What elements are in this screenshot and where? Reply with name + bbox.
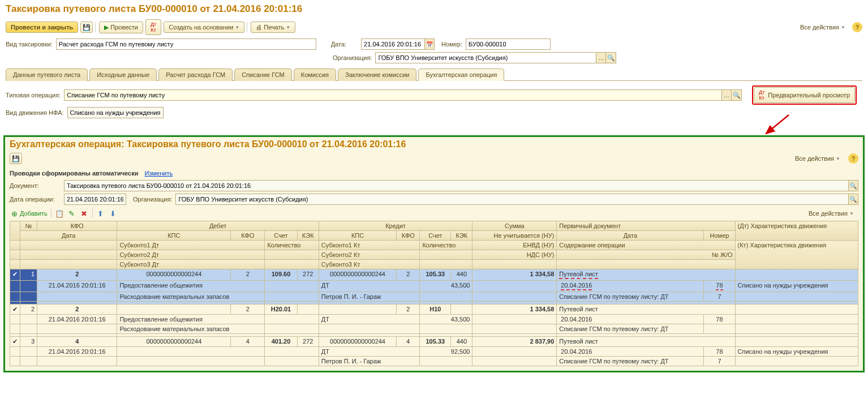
typical-op-input[interactable] — [64, 89, 721, 101]
col-credit: Кредит — [319, 221, 472, 231]
dtkt-button[interactable]: ДтКт — [145, 19, 161, 35]
magnifier-icon[interactable]: 🔍 — [606, 52, 616, 63]
table-row[interactable]: Петров П. И. - Гараж Списание ГСМ по пут… — [10, 357, 858, 366]
delete-icon[interactable]: ✖ — [80, 209, 89, 218]
number-input[interactable] — [466, 38, 551, 50]
grid-toolbar: ⊕Добавить 📋 ✎ ✖ ⬆ ⬇ Все действия▼ — [5, 206, 863, 221]
chevron-down-icon: ▼ — [841, 25, 845, 30]
col-debit: Дебет — [117, 221, 319, 231]
col-content: Содержание операции — [557, 241, 735, 250]
org-input[interactable] — [375, 52, 596, 63]
col-kt-char: (Кт) Характеристика движения — [735, 241, 858, 269]
opdate-input[interactable] — [64, 194, 126, 205]
preview-button[interactable]: ДтКт Предварительный просмотр — [754, 87, 855, 103]
save-icon-button[interactable]: 💾 — [80, 22, 93, 33]
col-dt-char: (Дт) Характеристика движения — [735, 221, 858, 241]
help-icon[interactable]: ? — [852, 22, 862, 32]
dtkt-icon: ДтКт — [151, 22, 156, 33]
org-label: Организация: — [333, 54, 372, 61]
select-icon[interactable]: … — [721, 89, 732, 101]
select-icon[interactable]: … — [596, 52, 606, 63]
tab-accounting-operation[interactable]: Бухгалтерская операция — [418, 68, 504, 81]
tax-type-label: Вид таксировки: — [6, 41, 53, 48]
table-row[interactable]: 21.04.2016 20:01:16 ДТ 92,500 20.04.2016… — [10, 347, 858, 357]
chevron-down-icon: ▼ — [836, 156, 840, 161]
panel-all-actions-button[interactable]: Все действия▼ — [790, 153, 845, 164]
create-based-button[interactable]: Создать на основании▼ — [164, 22, 244, 33]
plus-icon: ⊕ — [10, 209, 19, 218]
tab-commission-conclusion[interactable]: Заключение комиссии — [338, 68, 416, 81]
grid-all-actions-button[interactable]: Все действия▼ — [804, 208, 858, 218]
table-row[interactable]: 21.04.2016 20:01:16 Предоставление общеж… — [10, 315, 858, 324]
tab-source-data[interactable]: Исходные данные — [89, 68, 157, 81]
magnifier-icon[interactable]: 🔍 — [732, 89, 742, 101]
col-acc-dt: Счет — [265, 231, 297, 241]
print-button[interactable]: 🖨Печать▼ — [251, 22, 295, 33]
col-sub1kt: Субконто1 Кт — [319, 241, 420, 250]
tab-waybill-data[interactable]: Данные путевого листа — [6, 68, 88, 81]
main-toolbar: Провести и закрыть 💾 ▶Провести ДтКт Созд… — [0, 17, 868, 37]
table-row[interactable]: 21.04.2016 20:01:16 Предоставление общеж… — [10, 281, 858, 292]
col-sub3kt: Субконто3 Кт — [319, 260, 420, 269]
col-pdate: Дата — [557, 231, 704, 241]
col-kfo: КФО — [37, 221, 117, 231]
page-title: Таксировка путевого листа БУ00-000010 от… — [0, 0, 868, 17]
nfa-input[interactable] — [67, 107, 164, 118]
doc-label: Документ: — [10, 182, 61, 189]
help-icon[interactable]: ? — [848, 153, 858, 164]
add-row-button[interactable]: ⊕Добавить — [10, 209, 48, 218]
panel-org-label: Организация: — [133, 196, 172, 203]
magnifier-icon[interactable]: 🔍 — [848, 180, 858, 191]
doc-input[interactable] — [64, 180, 848, 191]
col-kfo-kt: КФО — [397, 231, 420, 241]
table-row[interactable]: ✔ 3 4 0000000000000244 4 401.20 272 0000… — [10, 337, 858, 347]
dtkt-icon: ДтКт — [759, 89, 764, 101]
col-sub1dt: Субконто1 Дт — [117, 241, 265, 250]
col-jo: № Ж/О — [557, 250, 735, 260]
panel-save-button[interactable]: 💾 — [10, 153, 22, 164]
table-row[interactable]: Расходование материальных запасов Петров… — [10, 292, 858, 302]
date-input[interactable] — [361, 38, 424, 50]
change-link[interactable]: Изменить — [145, 170, 173, 177]
col-acc-kt: Счет — [420, 231, 451, 241]
preview-button-highlight: ДтКт Предварительный просмотр — [752, 85, 857, 105]
col-not-acc: Не учитывается (НУ) — [472, 231, 557, 241]
col-qty-kt: Количество — [420, 241, 472, 250]
move-down-icon[interactable]: ⬇ — [109, 209, 118, 218]
post-icon: ▶ — [104, 24, 109, 31]
table-row[interactable]: Расходование материальных запасов Списан… — [10, 324, 858, 334]
copy-icon[interactable]: 📋 — [55, 209, 64, 218]
tax-type-input[interactable] — [56, 38, 316, 50]
tab-fuel-writeoff[interactable]: Списание ГСМ — [234, 68, 292, 81]
chevron-down-icon: ▼ — [849, 211, 854, 216]
chevron-down-icon: ▼ — [286, 25, 290, 30]
edit-icon[interactable]: ✎ — [67, 209, 76, 218]
arrow-annotation — [6, 119, 862, 130]
tab-fuel-calc[interactable]: Расчет расхода ГСМ — [158, 68, 233, 81]
nfa-label: Вид движения НФА: — [6, 109, 64, 116]
col-pnum: Номер — [704, 231, 735, 241]
printer-icon: 🖨 — [256, 24, 262, 31]
col-kek-dt: КЭК — [297, 231, 319, 241]
magnifier-icon[interactable]: 🔍 — [848, 194, 858, 205]
move-up-icon[interactable]: ⬆ — [96, 209, 105, 218]
col-kps-kt: КПС — [319, 231, 396, 241]
all-actions-button[interactable]: Все действия▼ — [796, 22, 850, 32]
panel-org-input[interactable] — [175, 194, 848, 205]
tab-commission[interactable]: Комиссия — [294, 68, 336, 81]
post-close-button[interactable]: Провести и закрыть — [6, 22, 78, 33]
col-nds: НДС (НУ) — [472, 250, 557, 260]
entries-grid[interactable]: № КФО Дебет Кредит Сумма Первичный докум… — [10, 221, 858, 366]
diskette-icon: 💾 — [12, 155, 20, 162]
col-kfo-dt: КФО — [231, 231, 265, 241]
calendar-icon[interactable]: 📅 — [424, 38, 435, 50]
col-date: Дата — [20, 231, 117, 241]
opdate-label: Дата операции: — [10, 196, 61, 203]
table-row[interactable]: ✔ 2 2 2 Н20.01 2 Н10 1 334,58 Путевой ли… — [10, 305, 858, 315]
table-row[interactable]: ✔ 1 2 0000000000000244 2 109.60 272 0000… — [10, 269, 858, 281]
col-kek-kt: КЭК — [451, 231, 472, 241]
auto-generated-line: Проводки сформированы автоматически Изме… — [10, 168, 858, 179]
chevron-down-icon: ▼ — [235, 25, 239, 30]
number-label: Номер: — [441, 41, 462, 48]
post-button[interactable]: ▶Провести — [99, 22, 143, 33]
